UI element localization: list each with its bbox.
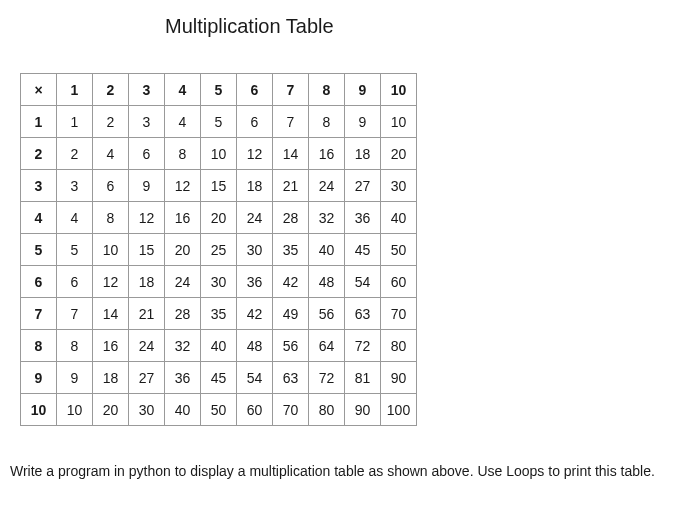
- table-cell: 14: [93, 298, 129, 330]
- table-cell: 20: [381, 138, 417, 170]
- table-cell: 50: [381, 234, 417, 266]
- table-cell: 24: [129, 330, 165, 362]
- table-cell: 6: [129, 138, 165, 170]
- table-cell: 12: [129, 202, 165, 234]
- table-cell: 40: [165, 394, 201, 426]
- table-cell: 50: [201, 394, 237, 426]
- table-cell: 3: [57, 170, 93, 202]
- table-cell: 28: [165, 298, 201, 330]
- table-cell: 42: [273, 266, 309, 298]
- table-cell: 18: [129, 266, 165, 298]
- table-cell: 60: [381, 266, 417, 298]
- table-cell: 64: [309, 330, 345, 362]
- table-cell: 30: [237, 234, 273, 266]
- table-cell: 5: [57, 234, 93, 266]
- table-cell: 40: [201, 330, 237, 362]
- table-cell: 7: [273, 106, 309, 138]
- table-cell: 18: [93, 362, 129, 394]
- table-cell: 90: [381, 362, 417, 394]
- col-header: 6: [237, 74, 273, 106]
- table-cell: 12: [165, 170, 201, 202]
- table-cell: 49: [273, 298, 309, 330]
- table-cell: 25: [201, 234, 237, 266]
- instruction-text: Write a program in python to display a m…: [10, 461, 687, 482]
- table-cell: 70: [381, 298, 417, 330]
- table-cell: 10: [93, 234, 129, 266]
- table-cell: 4: [165, 106, 201, 138]
- table-cell: 100: [381, 394, 417, 426]
- table-cell: 12: [237, 138, 273, 170]
- table-cell: 40: [381, 202, 417, 234]
- table-cell: 70: [273, 394, 309, 426]
- table-cell: 18: [345, 138, 381, 170]
- table-cell: 12: [93, 266, 129, 298]
- table-cell: 32: [309, 202, 345, 234]
- table-cell: 63: [273, 362, 309, 394]
- table-cell: 14: [273, 138, 309, 170]
- row-header: 2: [21, 138, 57, 170]
- table-cell: 8: [93, 202, 129, 234]
- table-cell: 15: [201, 170, 237, 202]
- table-row: 55101520253035404550: [21, 234, 417, 266]
- table-cell: 20: [93, 394, 129, 426]
- table-cell: 27: [345, 170, 381, 202]
- page-title: Multiplication Table: [165, 15, 687, 38]
- col-header: 4: [165, 74, 201, 106]
- table-cell: 42: [237, 298, 273, 330]
- table-cell: 30: [201, 266, 237, 298]
- table-cell: 45: [201, 362, 237, 394]
- table-cell: 63: [345, 298, 381, 330]
- col-header: 9: [345, 74, 381, 106]
- row-header: 9: [21, 362, 57, 394]
- row-header: 10: [21, 394, 57, 426]
- table-cell: 2: [93, 106, 129, 138]
- table-cell: 36: [237, 266, 273, 298]
- table-cell: 7: [57, 298, 93, 330]
- row-header: 3: [21, 170, 57, 202]
- table-row: 66121824303642485460: [21, 266, 417, 298]
- row-header: 4: [21, 202, 57, 234]
- table-cell: 4: [57, 202, 93, 234]
- table-header-row: × 12345678910: [21, 74, 417, 106]
- multiplication-table: × 12345678910 11234567891022468101214161…: [20, 73, 417, 426]
- table-cell: 24: [165, 266, 201, 298]
- row-header: 5: [21, 234, 57, 266]
- table-row: 4481216202428323640: [21, 202, 417, 234]
- table-cell: 80: [309, 394, 345, 426]
- table-cell: 15: [129, 234, 165, 266]
- table-cell: 9: [57, 362, 93, 394]
- table-cell: 2: [57, 138, 93, 170]
- table-cell: 90: [345, 394, 381, 426]
- table-cell: 6: [57, 266, 93, 298]
- row-header: 7: [21, 298, 57, 330]
- table-row: 77142128354249566370: [21, 298, 417, 330]
- table-cell: 56: [273, 330, 309, 362]
- table-cell: 3: [129, 106, 165, 138]
- table-corner: ×: [21, 74, 57, 106]
- table-row: 10102030405060708090100: [21, 394, 417, 426]
- table-cell: 8: [57, 330, 93, 362]
- table-cell: 80: [381, 330, 417, 362]
- table-cell: 10: [57, 394, 93, 426]
- table-cell: 54: [345, 266, 381, 298]
- table-cell: 32: [165, 330, 201, 362]
- table-cell: 10: [381, 106, 417, 138]
- table-cell: 9: [345, 106, 381, 138]
- table-cell: 21: [273, 170, 309, 202]
- table-cell: 10: [201, 138, 237, 170]
- table-cell: 81: [345, 362, 381, 394]
- table-cell: 30: [381, 170, 417, 202]
- table-cell: 21: [129, 298, 165, 330]
- table-row: 88162432404856647280: [21, 330, 417, 362]
- table-cell: 72: [345, 330, 381, 362]
- table-cell: 48: [237, 330, 273, 362]
- table-cell: 5: [201, 106, 237, 138]
- col-header: 10: [381, 74, 417, 106]
- table-cell: 24: [237, 202, 273, 234]
- row-header: 1: [21, 106, 57, 138]
- table-cell: 30: [129, 394, 165, 426]
- table-cell: 72: [309, 362, 345, 394]
- col-header: 1: [57, 74, 93, 106]
- table-cell: 16: [309, 138, 345, 170]
- table-body: 1123456789102246810121416182033691215182…: [21, 106, 417, 426]
